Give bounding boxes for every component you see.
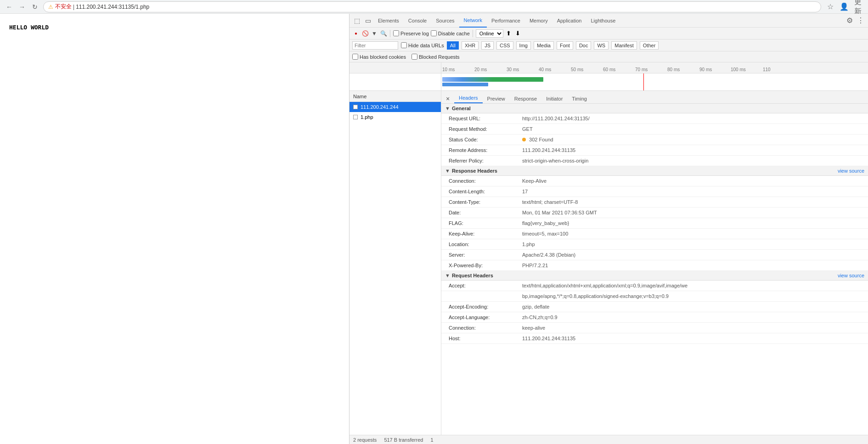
status-resources: 1: [430, 437, 433, 443]
filter-funnel-button[interactable]: ▼: [371, 30, 378, 37]
tab-headers[interactable]: Headers: [454, 93, 483, 103]
filter-doc-button[interactable]: Doc: [576, 41, 592, 50]
filter-css-button[interactable]: CSS: [496, 41, 513, 50]
request-list: Name 111.200.241.244 1.php: [349, 91, 441, 435]
req-accept-encoding-val: gzip, deflate: [522, 303, 549, 311]
account-button[interactable]: 👤: [839, 1, 850, 12]
filter-other-button[interactable]: Other: [640, 41, 659, 50]
disable-cache-input[interactable]: [431, 30, 437, 36]
device-icon[interactable]: ▭: [362, 15, 373, 26]
req-accept-cont-val: bp,image/apng,*/*;q=0.8,application/sign…: [522, 292, 669, 300]
tab-memory[interactable]: Memory: [525, 14, 552, 28]
waterfall-name-col: [349, 73, 441, 90]
back-button[interactable]: ←: [5, 2, 14, 11]
tab-response[interactable]: Response: [510, 94, 542, 103]
req-connection-val: keep-alive: [522, 324, 545, 332]
blocked-requests-input[interactable]: [411, 54, 417, 60]
filter-manifest-button[interactable]: Manifest: [611, 41, 637, 50]
tick-30ms: 30 ms: [507, 67, 519, 72]
reload-button[interactable]: ↻: [30, 2, 39, 11]
resp-content-length-key: Content-Length:: [449, 187, 522, 196]
tab-network[interactable]: Network: [459, 14, 487, 28]
general-toggle[interactable]: ▼: [445, 106, 450, 111]
request-item-1[interactable]: 1.php: [349, 112, 441, 122]
blocked-requests-checkbox[interactable]: Blocked Requests: [411, 54, 460, 60]
request-headers-view-source[interactable]: view source: [838, 273, 864, 278]
req-accept-val: text/html,application/xhtml+xml,applicat…: [522, 281, 688, 290]
resp-location-key: Location:: [449, 240, 522, 248]
request-headers-toggle[interactable]: ▼: [445, 273, 450, 278]
resp-connection-val: Keep-Alive: [522, 177, 547, 185]
resp-powered-by-row: X-Powered-By: PHP/7.2.21: [441, 260, 868, 271]
has-blocked-cookies-input[interactable]: [352, 54, 358, 60]
general-remote-address-row: Remote Address: 111.200.241.244:31135: [441, 145, 868, 156]
has-blocked-cookies-checkbox[interactable]: Has blocked cookies: [352, 54, 406, 60]
devtools-more-button[interactable]: ⋮: [855, 15, 866, 26]
devtools-settings-button[interactable]: ⚙: [844, 15, 855, 26]
tab-timing[interactable]: Timing: [567, 94, 592, 103]
inspect-icon[interactable]: ⬚: [351, 15, 362, 26]
unsafe-label: 不安全: [55, 3, 72, 11]
tab-console[interactable]: Console: [404, 14, 431, 28]
record-button[interactable]: ●: [352, 30, 360, 37]
tick-100ms: 100 ms: [731, 67, 746, 72]
import-button[interactable]: ⬆: [505, 30, 513, 37]
request-item-0[interactable]: 111.200.241.244: [349, 102, 441, 112]
response-headers-view-source[interactable]: view source: [838, 168, 864, 174]
req-host-key: Host:: [449, 334, 522, 343]
resp-keepalive-val: timeout=5, max=100: [522, 230, 568, 238]
filter-ws-button[interactable]: WS: [594, 41, 609, 50]
request-headers-title: Request Headers: [452, 273, 493, 278]
hide-data-urls-input[interactable]: [401, 42, 407, 48]
tab-initiator[interactable]: Initiator: [541, 94, 567, 103]
export-button[interactable]: ⬇: [514, 30, 522, 37]
filter-img-button[interactable]: Img: [516, 41, 531, 50]
throttle-select[interactable]: Online: [476, 29, 503, 38]
general-section-header: ▼ General: [441, 104, 868, 113]
disable-cache-checkbox[interactable]: Disable cache: [431, 30, 470, 36]
url-text: 111.200.241.244:31135/1.php: [76, 4, 149, 10]
request-checkbox-0[interactable]: [353, 105, 358, 109]
hide-data-urls-checkbox[interactable]: Hide data URLs: [401, 42, 444, 48]
clear-button[interactable]: 🚫: [361, 30, 369, 37]
general-request-url-row: Request URL: http://111.200.241.244:3113…: [441, 113, 868, 124]
req-accept-language-key: Accept-Language:: [449, 313, 522, 321]
tab-sources[interactable]: Sources: [431, 14, 459, 28]
status-transferred: 517 B transferred: [384, 437, 423, 443]
tab-preview[interactable]: Preview: [483, 94, 510, 103]
tick-50ms: 50 ms: [571, 67, 583, 72]
filter-input[interactable]: [352, 41, 398, 50]
update-button[interactable]: 更新: [852, 1, 863, 12]
req-accept-key: Accept:: [449, 281, 522, 290]
star-button[interactable]: ☆: [825, 1, 836, 12]
response-headers-section-header: ▼ Response Headers view source: [441, 166, 868, 176]
forward-button[interactable]: →: [17, 2, 27, 11]
status-code-key: Status Code:: [449, 135, 522, 144]
timeline-name-col: [349, 62, 441, 73]
tab-application[interactable]: Application: [552, 14, 586, 28]
tab-performance[interactable]: Performance: [487, 14, 525, 28]
address-bar[interactable]: ⚠ 不安全 | 111.200.241.244:31135/1.php: [43, 1, 821, 12]
filter-xhr-button[interactable]: XHR: [462, 41, 479, 50]
filter-all-button[interactable]: All: [447, 41, 459, 50]
filter-media-button[interactable]: Media: [534, 41, 554, 50]
search-button[interactable]: 🔍: [380, 30, 387, 37]
tab-elements[interactable]: Elements: [373, 14, 404, 28]
req-accept-cont-key: [449, 292, 522, 300]
filter-font-button[interactable]: Font: [557, 41, 573, 50]
preserve-log-checkbox[interactable]: Preserve log: [393, 30, 429, 36]
tick-110: 110: [763, 67, 771, 72]
close-button[interactable]: ×: [443, 94, 452, 103]
preserve-log-input[interactable]: [393, 30, 399, 36]
response-headers-toggle[interactable]: ▼: [445, 168, 450, 174]
request-method-key: Request Method:: [449, 125, 522, 133]
req-accept-encoding-key: Accept-Encoding:: [449, 303, 522, 311]
devtools-tab-bar: ⬚ ▭ Elements Console Sources Network Per…: [349, 14, 868, 28]
status-code-val: 302 Found: [522, 135, 553, 144]
request-checkbox-1[interactable]: [353, 115, 358, 119]
tab-lighthouse[interactable]: Lighthouse: [586, 14, 620, 28]
req-connection-row: Connection: keep-alive: [441, 323, 868, 333]
filter-js-button[interactable]: JS: [481, 41, 494, 50]
resp-location-row: Location: 1.php: [441, 239, 868, 250]
resp-powered-by-val: PHP/7.2.21: [522, 261, 548, 270]
